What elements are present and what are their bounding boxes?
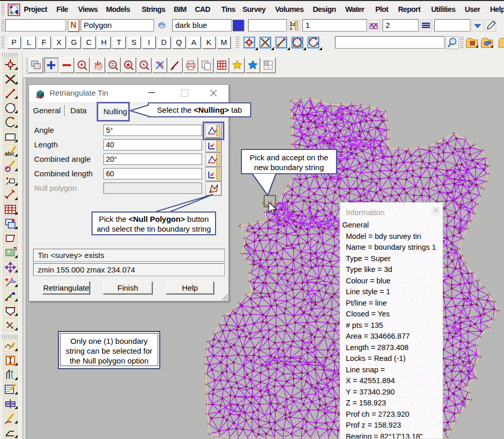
svg-text:1z: 1z — [289, 21, 295, 27]
svg-text:12d: 12d — [36, 95, 43, 99]
